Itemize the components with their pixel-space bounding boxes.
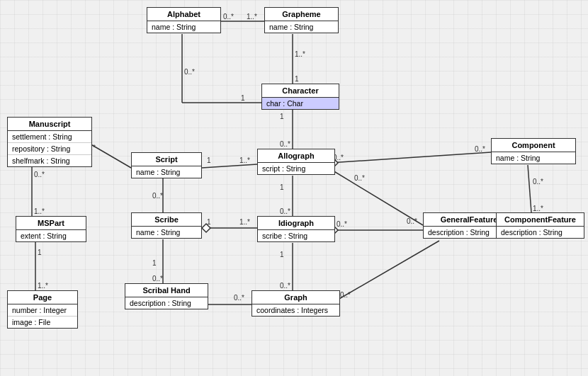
svg-text:1: 1 — [280, 113, 284, 120]
svg-text:1..*: 1..* — [239, 156, 250, 164]
grapheme-name-attr: name : String — [265, 21, 338, 33]
manuscript-repository-attr: repository : String — [8, 143, 91, 155]
svg-line-53 — [329, 241, 439, 304]
svg-text:0..*: 0..* — [280, 207, 290, 215]
svg-text:1..*: 1..* — [34, 207, 45, 215]
graph-box: Graph coordinates : Integers — [251, 290, 340, 317]
svg-text:0..*: 0..* — [34, 171, 45, 178]
svg-line-22 — [202, 164, 257, 168]
svg-text:1: 1 — [38, 249, 42, 256]
character-title: Character — [262, 84, 339, 98]
page-number-attr: number : Integer — [8, 304, 77, 317]
mspart-extent-attr: extent : String — [16, 230, 86, 241]
manuscript-settlement-attr: settlement : String — [8, 131, 91, 143]
svg-text:0..*: 0..* — [280, 140, 290, 148]
svg-line-50 — [528, 165, 531, 212]
graph-title: Graph — [252, 291, 339, 304]
svg-text:0..*: 0..* — [533, 178, 543, 186]
script-title: Script — [132, 153, 201, 166]
svg-text:0..*: 0..* — [337, 220, 347, 228]
mspart-title: MSPart — [16, 217, 86, 230]
scribal-hand-desc-attr: description : String — [125, 297, 208, 309]
scribe-box: Scribe name : String — [131, 212, 202, 239]
svg-text:0..*: 0..* — [340, 291, 351, 299]
component-feature-box: ComponentFeature description : String — [496, 212, 584, 239]
svg-line-47 — [329, 169, 423, 225]
manuscript-shelfmark-attr: shelfmark : String — [8, 155, 91, 166]
idiograph-title: Idiograph — [258, 217, 334, 230]
component-feature-title: ComponentFeature — [497, 213, 584, 227]
svg-text:0..*: 0..* — [223, 13, 234, 21]
allograph-box: Allograph script : String — [257, 149, 335, 175]
page-title: Page — [8, 291, 77, 304]
scribe-title: Scribe — [132, 213, 201, 227]
svg-text:1: 1 — [295, 75, 299, 83]
manuscript-title: Manuscript — [8, 118, 91, 131]
svg-text:0..*: 0..* — [234, 294, 244, 302]
scribal-hand-box: Scribal Hand description : String — [125, 283, 208, 309]
script-name-attr: name : String — [132, 166, 201, 178]
svg-text:0..*: 0..* — [184, 68, 195, 76]
mspart-box: MSPart extent : String — [16, 216, 86, 242]
svg-text:1..*: 1..* — [247, 13, 257, 21]
svg-text:1: 1 — [207, 218, 211, 226]
scribal-hand-title: Scribal Hand — [125, 284, 208, 297]
svg-text:0..*: 0..* — [475, 145, 485, 153]
alphabet-title: Alphabet — [147, 8, 220, 21]
allograph-title: Allograph — [258, 149, 334, 163]
svg-text:1: 1 — [152, 259, 157, 267]
script-box: Script name : String — [131, 152, 202, 178]
alphabet-box: Alphabet name : String — [147, 7, 221, 33]
alphabet-name-attr: name : String — [147, 21, 220, 33]
character-char-attr: char : Char — [262, 98, 339, 109]
svg-text:1: 1 — [241, 94, 245, 102]
allograph-script-attr: script : String — [258, 163, 334, 174]
idiograph-box: Idiograph scribe : String — [257, 216, 335, 242]
svg-text:0..*: 0..* — [152, 192, 163, 200]
svg-text:1..*: 1..* — [38, 282, 48, 290]
component-name-attr: name : String — [492, 152, 575, 164]
svg-text:1: 1 — [280, 251, 284, 258]
svg-text:1..*: 1..* — [533, 205, 543, 212]
graph-coords-attr: coordinates : Integers — [252, 304, 339, 316]
svg-line-43 — [329, 152, 491, 163]
svg-marker-28 — [202, 224, 210, 232]
grapheme-title: Grapheme — [265, 8, 338, 21]
svg-text:0..*: 0..* — [152, 275, 163, 283]
svg-text:1: 1 — [280, 183, 284, 191]
grapheme-box: Grapheme name : String — [264, 7, 339, 33]
svg-text:0..*: 0..* — [354, 174, 365, 182]
component-title: Component — [492, 139, 575, 152]
svg-text:1..*: 1..* — [295, 50, 305, 58]
idiograph-scribe-attr: scribe : String — [258, 230, 334, 241]
svg-text:1: 1 — [207, 156, 211, 164]
svg-text:1..*: 1..* — [239, 218, 250, 226]
component-box: Component name : String — [491, 138, 576, 164]
page-box: Page number : Integer image : File — [7, 290, 78, 329]
svg-text:0..*: 0..* — [280, 282, 290, 290]
manuscript-box: Manuscript settlement : String repositor… — [7, 117, 92, 167]
scribe-name-attr: name : String — [132, 227, 201, 238]
page-image-attr: image : File — [8, 317, 77, 328]
character-box: Character char : Char — [261, 84, 339, 110]
component-feature-desc-attr: description : String — [497, 227, 584, 238]
svg-text:0..*: 0..* — [407, 217, 417, 225]
